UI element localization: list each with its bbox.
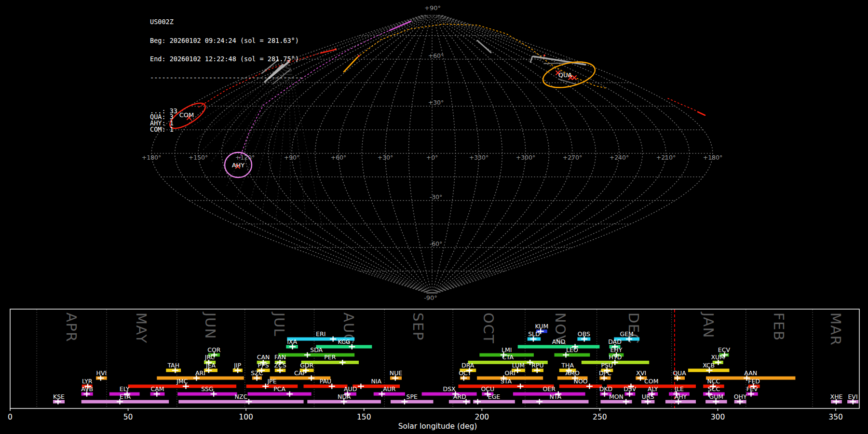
longitude-label: +120°	[235, 154, 255, 161]
qua-drift-trace-streak	[344, 57, 357, 72]
axis-tick-label: 300	[711, 413, 725, 421]
shower-activity-OBS: OBS	[577, 330, 590, 342]
shower-activity-JIP: JIP	[233, 362, 243, 373]
shower-code-label-ZCS: ZCS	[274, 362, 286, 369]
shower-activity-IXA: IXA	[286, 338, 298, 350]
shower-code-label-OCT: OCT	[459, 369, 472, 377]
activity-bar-DSX	[422, 393, 477, 396]
com-drift-trace-streak	[321, 50, 335, 53]
axis-tick-label: 250	[593, 413, 607, 421]
month-label-apr: APR	[63, 312, 80, 342]
peak-cross-MON	[623, 399, 629, 405]
shower-code-label-CAP: CAP	[294, 369, 306, 377]
shower-code-label-SZC: SZC	[251, 369, 263, 377]
shower-code-label-JIP: JIP	[233, 362, 241, 369]
latitude-label: -60°	[430, 240, 443, 247]
shower-code-label-NTA: NTA	[549, 393, 561, 400]
shower-code-label-ETA: ETA	[120, 393, 131, 400]
shower-activity-XHE: XHE	[830, 393, 843, 405]
activity-bar-NOO	[559, 385, 602, 388]
peak-cross-NTA	[536, 399, 542, 405]
shower-code-label-LUM: LUM	[512, 362, 525, 369]
shower-code-label-DAD: DAD	[608, 338, 622, 345]
activity-bar-KCG	[316, 345, 372, 349]
shower-code-label-NCC: NCC	[707, 378, 720, 385]
shower-code-label-XUM: XUM	[711, 353, 725, 361]
shower-code-label-ARD: ARD	[453, 393, 466, 400]
activity-bar-AUR	[374, 393, 405, 396]
shower-code-label-EGE: EGE	[488, 393, 501, 400]
sky-map-and-activity-plot: QUACOMAHY+90°-90°+180°+150°+120°+90°+60°…	[0, 0, 868, 434]
shower-activity-EVI: EVI	[847, 393, 858, 405]
shower-code-label-SSG: SSG	[201, 385, 214, 393]
station-id: US002Z	[150, 19, 303, 25]
shower-code-label-DSV: DSV	[624, 385, 637, 393]
shower-activity-HYD: HYD	[582, 353, 649, 365]
longitude-label: +180°	[703, 154, 723, 161]
shower-code-label-OCU: OCU	[481, 385, 494, 393]
activity-bar-PCA	[248, 393, 312, 396]
shower-code-label-ORI: ORI	[504, 369, 515, 377]
shower-code-label-THA: THA	[561, 362, 574, 369]
activity-bar-PAU	[304, 385, 348, 388]
shower-code-label-GDR: GDR	[300, 362, 313, 369]
latitude-label: +30°	[428, 99, 444, 106]
shower-code-label-HYD: HYD	[609, 353, 622, 361]
shower-activity-FEV: FEV	[746, 385, 758, 397]
header-separator: ---------------------------------------	[150, 75, 303, 81]
shower-code-label-KSE: KSE	[53, 393, 65, 400]
shower-code-label-LEO: LEO	[566, 346, 578, 353]
shower-ellipse-label-QUA: QUA	[558, 71, 572, 79]
qua-drift-trace	[344, 24, 607, 88]
shower-code-label-FEV: FEV	[746, 385, 758, 393]
longitude-label: +0°	[426, 154, 438, 161]
shower-code-label-DPC: DPC	[599, 369, 611, 377]
shower-code-label-JPE: JPE	[267, 378, 276, 385]
month-label-mar: MAR	[827, 312, 844, 346]
longitude-label: +270°	[563, 154, 583, 161]
shower-code-label-SCC: SCC	[708, 385, 720, 393]
longitude-label: +90°	[284, 154, 300, 161]
activity-bar-NZC	[178, 400, 303, 404]
shower-code-label-NIA: NIA	[371, 378, 381, 385]
latitude-label: -30°	[430, 193, 443, 201]
meridian-line	[362, 15, 431, 293]
shower-code-label-NDA: NDA	[338, 393, 351, 400]
month-label-feb: FEB	[771, 312, 787, 341]
shower-code-label-COM: COM	[644, 378, 658, 385]
shower-code-label-PCA: PCA	[273, 385, 285, 393]
shower-code-label-SLD: SLD	[528, 330, 540, 338]
shower-code-label-ECV: ECV	[718, 346, 731, 353]
count-line-COM: COM: 1	[150, 126, 303, 133]
shower-code-label-KUM: KUM	[535, 323, 548, 330]
observation-header: US002Z Beg: 20260102 09:24:24 (sol = 281…	[150, 6, 303, 145]
shower-activity-TAH: TAH	[166, 362, 181, 373]
shower-code-label-ELY: ELY	[120, 385, 130, 393]
shower-code-label-ALY: ALY	[648, 385, 658, 393]
meteor-streaks	[262, 41, 585, 84]
shower-activity-CAM: CAM	[150, 385, 165, 397]
shower-ellipse-label-AHY: AHY	[232, 162, 245, 169]
meridian-line	[434, 15, 572, 293]
shower-code-label-AVB: AVB	[81, 385, 93, 393]
activity-bar-ETA	[81, 400, 169, 404]
shower-code-label-GEM: GEM	[620, 330, 633, 338]
shower-code-label-STA: STA	[501, 378, 512, 385]
shower-code-label-CTA: CTA	[502, 353, 514, 361]
shower-code-label-AUD: AUD	[344, 385, 357, 393]
shower-code-label-RPU: RPU	[531, 362, 543, 369]
activity-bar-ARI	[157, 377, 244, 380]
shower-code-label-XVI: XVI	[636, 369, 646, 377]
shower-code-label-OHY: OHY	[734, 393, 747, 400]
shower-code-label-KCG: KCG	[338, 338, 350, 345]
shower-activity-DSV: DSV	[624, 385, 637, 397]
shower-code-label-JMC: JMC	[176, 378, 188, 385]
red-drift-trace-east-streak	[698, 112, 705, 115]
activity-bar-NTA	[522, 400, 589, 404]
shower-code-label-PAU: PAU	[320, 378, 331, 385]
longitude-label: +180°	[142, 154, 162, 161]
longitude-label: +330°	[469, 154, 489, 161]
shower-code-label-MON: MON	[609, 393, 624, 400]
shower-code-label-FAN: FAN	[274, 353, 286, 361]
streak-end-dot	[358, 55, 360, 57]
